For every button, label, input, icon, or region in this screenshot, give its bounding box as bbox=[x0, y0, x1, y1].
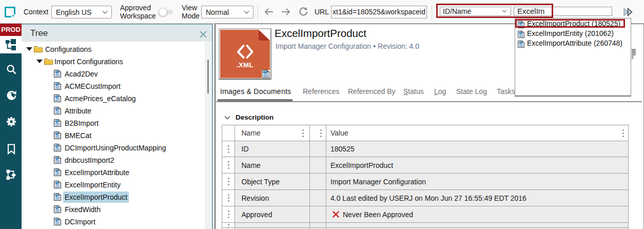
svg-text:.XML: .XML bbox=[237, 61, 253, 69]
